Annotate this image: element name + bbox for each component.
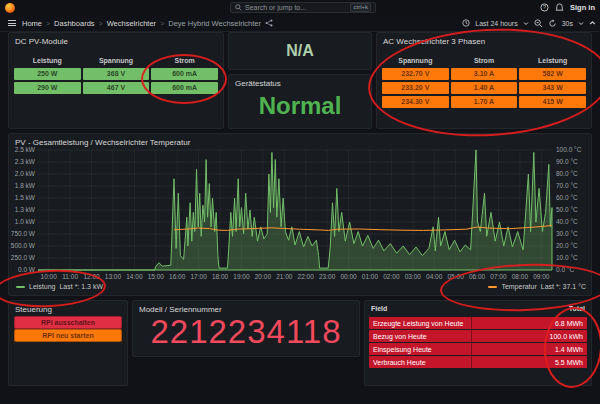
x-axis-tick: 23:00	[315, 273, 339, 280]
x-axis-tick: 14:00	[122, 273, 146, 280]
dc-table: LeistungSpannungStrom250 W368 V600 mA290…	[14, 55, 218, 94]
chevron-down-icon[interactable]	[523, 21, 529, 26]
table-cell: 600 mA	[151, 68, 218, 80]
table-cell: 467 V	[83, 82, 150, 94]
y-axis-right-tick: 0.0 °C	[556, 266, 574, 273]
totals-header-total[interactable]: Total	[569, 305, 585, 312]
y-axis-left-tick: 1.5 kW	[2, 194, 35, 201]
y-axis-left-tick: 1.8 kW	[2, 182, 35, 189]
table-cell: 250 W	[14, 68, 81, 80]
y-axis-right-tick: 100.0 °C	[556, 146, 581, 153]
search-icon	[235, 4, 242, 11]
help-icon[interactable]: ?	[540, 3, 549, 12]
x-axis-tick: 11:00	[58, 273, 82, 280]
refresh-icon[interactable]	[548, 19, 557, 28]
y-axis-left-tick: 500.0 W	[2, 242, 35, 249]
breadcrumb: Home > Dashboards > Wechselrichter > Dey…	[22, 15, 273, 31]
y-axis-left-tick: 0.0 W	[2, 266, 35, 273]
breadcrumb-wechselrichter[interactable]: Wechselrichter	[107, 19, 156, 28]
x-axis-tick: 20:00	[251, 273, 275, 280]
x-axis-tick: 10:00	[37, 273, 61, 280]
panel-title: Steuerung	[15, 305, 52, 314]
breadcrumb-home[interactable]: Home	[22, 19, 42, 28]
x-axis-tick: 21:00	[272, 273, 296, 280]
x-axis-tick: 07:00	[486, 273, 510, 280]
share-icon[interactable]	[265, 19, 273, 27]
table-row: Einspeisung Heute1.4 MWh	[369, 343, 587, 355]
breadcrumb-separator: >	[160, 20, 164, 27]
menu-icon[interactable]	[8, 20, 16, 26]
legend-series-name: Temperatur	[501, 283, 536, 290]
panel-ac-wechselrichter: AC Wechselrichter 3 Phasen SpannungStrom…	[376, 32, 592, 129]
panel-pv-chart[interactable]: PV - Gesamtleistung / Wechselrichter Tem…	[8, 133, 592, 296]
column-header[interactable]: Leistung	[519, 55, 586, 66]
time-range-picker[interactable]: Last 24 hours	[475, 20, 517, 27]
x-axis-tick: 04:00	[422, 273, 446, 280]
legend-last-value: Last *: 1.3 kW	[59, 283, 103, 290]
chevron-down-icon[interactable]	[578, 21, 584, 26]
x-axis-tick: 02:00	[379, 273, 403, 280]
legend-last-value: Last *: 37.1 °C	[541, 283, 586, 290]
table-row: Erzeugte Leistung von Heute6.8 MWh	[369, 317, 587, 329]
legend-series-name: Leistung	[29, 283, 55, 290]
y-axis-left-tick: 1.3 kW	[2, 206, 35, 213]
y-axis-right-tick: 20.0 °C	[556, 242, 578, 249]
legend-leistung[interactable]: Leistung Last *: 1.3 kW	[16, 283, 103, 290]
panel-steuerung: Steuerung RPI ausschalten RPI neu starte…	[8, 300, 128, 386]
panel-modell-seriennummer: Modell / Seriennummer 2212234118	[132, 300, 360, 357]
breadcrumb-bar: Home > Dashboards > Wechselrichter > Dey…	[0, 15, 600, 32]
column-header[interactable]: Leistung	[14, 55, 81, 66]
grafana-logo-icon[interactable]	[5, 3, 15, 13]
rpi-ausschalten-button[interactable]: RPI ausschalten	[14, 316, 122, 329]
table-cell: 1.70 A	[451, 96, 518, 108]
legend-temperatur[interactable]: Temperatur Last *: 37.1 °C	[488, 283, 586, 290]
column-header[interactable]: Strom	[151, 55, 218, 66]
panel-dc-pv-module: DC PV-Module LeistungSpannungStrom250 W3…	[8, 32, 224, 129]
y-axis-left-tick: 750.0 W	[2, 230, 35, 237]
x-axis-tick: 06:00	[465, 273, 489, 280]
panel-geraetestatus: Gerätestatus Normal	[228, 74, 372, 129]
sign-in-button[interactable]: Sign in	[570, 3, 595, 12]
search-shortcut-badge: ctrl+k	[350, 3, 371, 12]
rpi-neu-starten-button[interactable]: RPI neu starten	[14, 329, 122, 342]
y-axis-right-tick: 40.0 °C	[556, 218, 578, 225]
breadcrumb-separator: >	[99, 20, 103, 27]
x-axis-tick: 13:00	[101, 273, 125, 280]
y-axis-right-tick: 60.0 °C	[556, 194, 578, 201]
breadcrumb-separator: >	[46, 20, 50, 27]
search-input[interactable]: Search or jump to... ctrl+k	[230, 2, 376, 13]
field-cell: Einspeisung Heute	[369, 346, 471, 353]
na-value: N/A	[229, 33, 371, 69]
x-axis-tick: 18:00	[208, 273, 232, 280]
collapse-chevron-up-icon[interactable]	[589, 20, 596, 26]
table-cell: 290 W	[14, 82, 81, 94]
table-cell: 234.30 V	[382, 96, 449, 108]
panel-title: AC Wechselrichter 3 Phasen	[383, 37, 485, 46]
breadcrumb-dashboards[interactable]: Dashboards	[54, 19, 94, 28]
clock-icon	[462, 19, 470, 27]
refresh-interval-picker[interactable]: 30s	[562, 20, 573, 27]
table-cell: 1.40 A	[451, 82, 518, 94]
x-axis-tick: 22:00	[294, 273, 318, 280]
x-axis-tick: 19:00	[229, 273, 253, 280]
totals-header-field[interactable]: Field	[371, 305, 387, 312]
x-axis-tick: 09:00	[529, 273, 553, 280]
y-axis-right-tick: 80.0 °C	[556, 170, 578, 177]
column-header[interactable]: Strom	[451, 55, 518, 66]
zoom-out-icon[interactable]	[534, 19, 543, 28]
x-axis-tick: 12:00	[80, 273, 104, 280]
x-axis-tick: 16:00	[165, 273, 189, 280]
table-cell: 582 W	[519, 68, 586, 80]
total-cell: 100.0 kWh	[471, 330, 587, 342]
table-cell: 232.70 V	[382, 68, 449, 80]
table-row: Verbrauch Heute5.5 MWh	[369, 356, 587, 368]
field-cell: Erzeugte Leistung von Heute	[369, 320, 471, 327]
news-bell-icon[interactable]	[555, 3, 564, 12]
field-cell: Bezug von Heute	[369, 333, 471, 340]
column-header[interactable]: Spannung	[382, 55, 449, 66]
column-header[interactable]: Spannung	[83, 55, 150, 66]
x-axis-tick: 15:00	[144, 273, 168, 280]
x-axis-tick: 03:00	[401, 273, 425, 280]
legend-swatch-green	[16, 286, 25, 288]
y-axis-right-tick: 70.0 °C	[556, 182, 578, 189]
